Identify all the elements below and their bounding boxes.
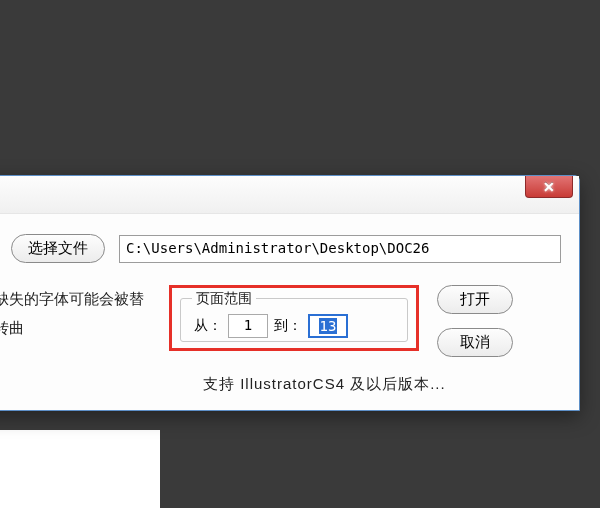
- cancel-button[interactable]: 取消: [437, 328, 513, 357]
- dialog-titlebar: ✕: [0, 176, 579, 214]
- open-button[interactable]: 打开: [437, 285, 513, 314]
- dialog-actions: 打开 取消: [437, 285, 513, 357]
- to-input[interactable]: 13: [308, 314, 348, 338]
- dialog-body: 选择文件 C:\Users\Administrator\Desktop\DOC2…: [0, 214, 579, 410]
- to-value: 13: [319, 318, 338, 334]
- font-warning-text: 中缺失的字体可能会被替 字转曲: [0, 285, 159, 342]
- font-warning-line1: 中缺失的字体可能会被替: [0, 285, 159, 314]
- font-warning-line2: 字转曲: [0, 314, 159, 343]
- from-label: 从：: [194, 317, 222, 335]
- page-range-highlight: 页面范围 从： 1 到： 13: [169, 285, 419, 351]
- to-label: 到：: [274, 317, 302, 335]
- footer-note: 支持 IllustratorCS4 及以后版本...: [203, 375, 561, 394]
- file-path-field[interactable]: C:\Users\Administrator\Desktop\DOC26: [119, 235, 561, 263]
- options-row: 中缺失的字体可能会被替 字转曲 页面范围 从： 1 到： 13: [0, 285, 561, 357]
- from-value: 1: [244, 317, 252, 333]
- file-row: 选择文件 C:\Users\Administrator\Desktop\DOC2…: [11, 234, 561, 263]
- app-backdrop-lower: [160, 430, 600, 508]
- page-range-legend: 页面范围: [192, 290, 256, 308]
- page-range-controls: 从： 1 到： 13: [194, 314, 348, 338]
- from-input[interactable]: 1: [228, 314, 268, 338]
- select-file-button[interactable]: 选择文件: [11, 234, 105, 263]
- close-icon: ✕: [543, 179, 555, 195]
- close-button[interactable]: ✕: [525, 176, 573, 198]
- open-dialog: ✕ 选择文件 C:\Users\Administrator\Desktop\DO…: [0, 175, 580, 411]
